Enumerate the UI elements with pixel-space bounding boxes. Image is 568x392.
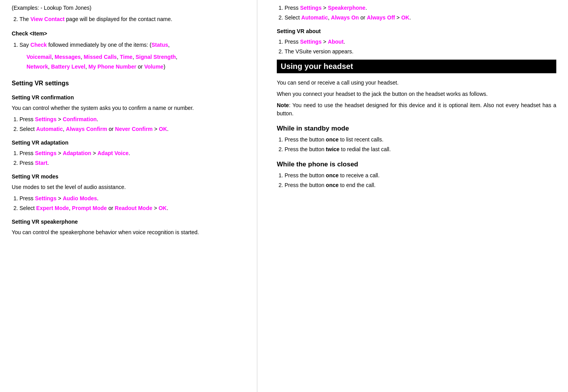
note-label: Note (277, 102, 289, 108)
confirmation-link: Confirmation (63, 116, 97, 122)
list-item: Press Settings > Audio Modes. (19, 194, 245, 203)
list-item: Select Expert Mode, Prompt Mode or Reado… (19, 204, 245, 212)
always-confirm: Always Confirm (66, 126, 107, 132)
automatic-conf: Automatic (36, 126, 63, 132)
volume-item: Volume (144, 64, 164, 70)
adapt-voice: Adapt Voice (97, 150, 129, 156)
once2: once (326, 172, 339, 178)
time-item: Time (120, 54, 132, 60)
settings-sp: Settings (300, 5, 322, 11)
list-item: Press the button once to list recent cal… (285, 136, 556, 144)
ok-modes: OK (159, 205, 167, 211)
missed-calls-item: Missed Calls (84, 54, 117, 60)
check-word: Check (30, 42, 47, 48)
headset-intro2: When you connect your headset to the jac… (277, 90, 556, 98)
readout-mode: Readout Mode (115, 205, 152, 211)
list-item: Say Check followed immediately by one of… (19, 41, 245, 49)
confirm-intro: You can control whether the system asks … (12, 104, 245, 112)
modes-intro: Use modes to set the level of audio assi… (12, 183, 245, 191)
automatic-sp: Automatic (301, 14, 328, 21)
adaptation-steps: Press Settings > Adaptation > Adapt Voic… (19, 149, 245, 167)
standby-mode-heading: While in standby mode (277, 125, 556, 132)
phone-closed-heading: While the phone is closed (277, 161, 556, 168)
adaptation-link: Adaptation (63, 150, 91, 156)
list-item: Press Settings > Adaptation > Adapt Voic… (19, 149, 245, 157)
speakerphone-intro: You can control the speakerphone behavio… (12, 228, 245, 237)
check-item-heading: Check <Item> (12, 30, 245, 38)
voicemail-item: Voicemail (27, 54, 51, 60)
ok-conf: OK (159, 126, 167, 132)
my-phone-number-item: My Phone Number (88, 64, 136, 70)
setting-vr-adaptation-heading: Setting VR adaptation (12, 139, 245, 147)
headset-intro1: You can send or receive a call using you… (277, 79, 556, 87)
headset-note: Note: You need to use the headset design… (277, 101, 556, 118)
check-items-continued: Voicemail, Messages, Missed Calls, Time,… (12, 53, 245, 61)
right-column: Press Settings > Speakerphone. Select Au… (257, 0, 568, 392)
left-column: (Examples: - Lookup Tom Jones) The View … (0, 0, 257, 392)
list-item: Press the button twice to redial the las… (285, 145, 556, 154)
setting-vr-modes-heading: Setting VR modes (12, 173, 245, 181)
list-item: Press Start. (19, 159, 245, 167)
always-off: Always Off (367, 14, 395, 21)
once1: once (326, 136, 339, 143)
using-headset-banner: Using your headset (277, 60, 556, 73)
setting-vr-speakerphone-heading: Setting VR speakerphone (12, 218, 245, 226)
battery-level-item: Battery Level (51, 64, 85, 70)
about-link: About (328, 39, 343, 45)
list-item: Press the button once to receive a call. (285, 171, 556, 180)
check-list: Say Check followed immediately by one of… (19, 41, 245, 49)
audio-modes: Audio Modes (63, 195, 97, 201)
item2-list: The View Contact page will be displayed … (19, 15, 245, 23)
list-item: Select Automatic, Always Confirm or Neve… (19, 125, 245, 133)
list-item: The VSuite version appears. (285, 48, 556, 56)
settings-ab: Settings (300, 39, 322, 45)
prompt-mode: Prompt Mode (72, 205, 107, 211)
settings2: Settings (35, 150, 57, 156)
confirmation-steps: Press Settings > Confirmation. Select Au… (19, 115, 245, 133)
about-steps: Press Settings > About. The VSuite versi… (285, 38, 556, 56)
list-item: Press the button once to end the call. (285, 181, 556, 189)
speakerphone-link: Speakerphone (328, 5, 365, 11)
speakerphone-steps: Press Settings > Speakerphone. Select Au… (285, 4, 556, 22)
twice: twice (326, 146, 340, 152)
list-item: Select Automatic, Always On or Always Of… (285, 14, 556, 22)
list-item: Press Settings > About. (285, 38, 556, 46)
signal-strength-item: Signal Strength (136, 54, 176, 60)
examples-line: (Examples: - Lookup Tom Jones) (12, 4, 245, 12)
setting-vr-confirmation-heading: Setting VR confirmation (12, 94, 245, 102)
check-items-continued2: Network, Battery Level, My Phone Number … (12, 63, 245, 71)
never-confirm: Never Confirm (115, 126, 152, 132)
messages-item: Messages (55, 54, 81, 60)
once3: once (326, 182, 339, 188)
list-item: The View Contact page will be displayed … (19, 15, 245, 23)
setting-vr-about-heading: Setting VR about (277, 27, 556, 35)
settings3: Settings (35, 195, 57, 201)
list-item: Press Settings > Speakerphone. (285, 4, 556, 12)
always-on: Always On (331, 14, 359, 21)
settings1: Settings (35, 116, 57, 122)
standby-steps: Press the button once to list recent cal… (285, 136, 556, 154)
status-item: Status (152, 42, 168, 48)
closed-steps: Press the button once to receive a call.… (285, 171, 556, 189)
network-item: Network (27, 64, 48, 70)
ok-sp: OK (401, 14, 409, 21)
start-link: Start (35, 160, 48, 166)
view-contact-link: View Contact (30, 16, 65, 22)
setting-vr-settings-heading: Setting VR settings (12, 79, 245, 88)
expert-mode: Expert Mode (36, 205, 69, 211)
modes-steps: Press Settings > Audio Modes. Select Exp… (19, 194, 245, 212)
list-item: Press Settings > Confirmation. (19, 115, 245, 124)
